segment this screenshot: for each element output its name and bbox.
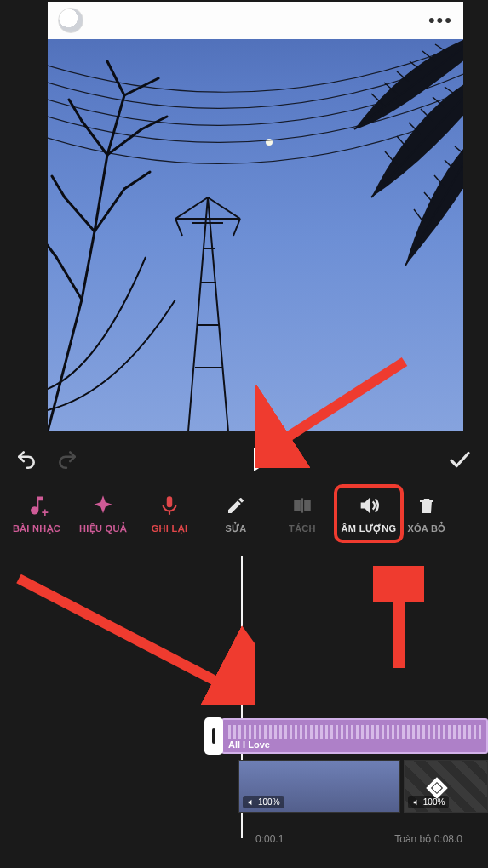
- clip-trim-handle[interactable]: [204, 717, 223, 755]
- video-preview: •••: [48, 2, 463, 431]
- clip-volume-badge: 100%: [408, 796, 450, 808]
- waveform: [228, 725, 481, 739]
- svg-rect-5: [304, 500, 311, 511]
- tool-label: HIỆU QUẢ: [79, 523, 127, 534]
- post-header: •••: [48, 2, 463, 39]
- player-controls: [0, 431, 488, 488]
- clip-volume-value: 100%: [423, 797, 445, 807]
- edit-button[interactable]: SỬA: [203, 493, 269, 534]
- audio-clip-title: All I Love: [228, 740, 270, 750]
- play-button[interactable]: [254, 448, 273, 471]
- time-indicator: 0:00.1 Toàn bộ 0:08.0: [0, 833, 488, 845]
- tool-label: BÀI NHẠC: [13, 523, 60, 534]
- svg-rect-4: [294, 500, 301, 511]
- trash-icon: [416, 493, 437, 518]
- current-time: 0:00.1: [255, 833, 284, 845]
- volume-button[interactable]: ÂM LƯỢNG: [336, 488, 402, 541]
- video-track[interactable]: 100% 100%: [238, 760, 488, 813]
- annotation-highlight: [334, 484, 404, 543]
- pencil-icon: [226, 493, 246, 518]
- tool-label: SỬA: [225, 523, 246, 534]
- split-button: TÁCH: [269, 493, 336, 534]
- edit-toolbar: + BÀI NHẠC HIỆU QUẢ GHI LẠI SỬA TÁCH ÂM …: [0, 488, 488, 556]
- music-note-icon: +: [25, 493, 49, 518]
- tool-label: GHI LẠI: [152, 523, 188, 534]
- avatar[interactable]: [58, 8, 83, 33]
- preview-image: [48, 2, 463, 431]
- total-time: Toàn bộ 0:08.0: [394, 833, 462, 845]
- audio-clip[interactable]: All I Love: [221, 718, 488, 754]
- effect-button[interactable]: HIỆU QUẢ: [70, 493, 136, 534]
- split-icon: [291, 493, 313, 518]
- timeline[interactable]: All I Love 100% 100% 0:00.1 Toàn bộ 0:08…: [0, 556, 488, 854]
- clip-volume-value: 100%: [258, 797, 280, 807]
- delete-button[interactable]: XÓA BỎ: [402, 493, 451, 534]
- tool-label: TÁCH: [289, 523, 316, 534]
- undo-button[interactable]: [15, 448, 37, 471]
- video-clip-1[interactable]: 100%: [238, 760, 400, 813]
- tool-label: XÓA BỎ: [407, 523, 445, 534]
- record-button[interactable]: GHI LẠI: [136, 493, 203, 534]
- sparkle-icon: [91, 493, 115, 518]
- done-button[interactable]: [447, 447, 473, 472]
- more-options-icon[interactable]: •••: [428, 9, 453, 31]
- clip-volume-badge: 100%: [243, 796, 284, 808]
- music-button[interactable]: + BÀI NHẠC: [3, 493, 70, 534]
- svg-rect-2: [167, 496, 173, 507]
- microphone-icon: [158, 493, 181, 518]
- svg-text:+: +: [42, 505, 49, 517]
- redo-button: [56, 448, 78, 471]
